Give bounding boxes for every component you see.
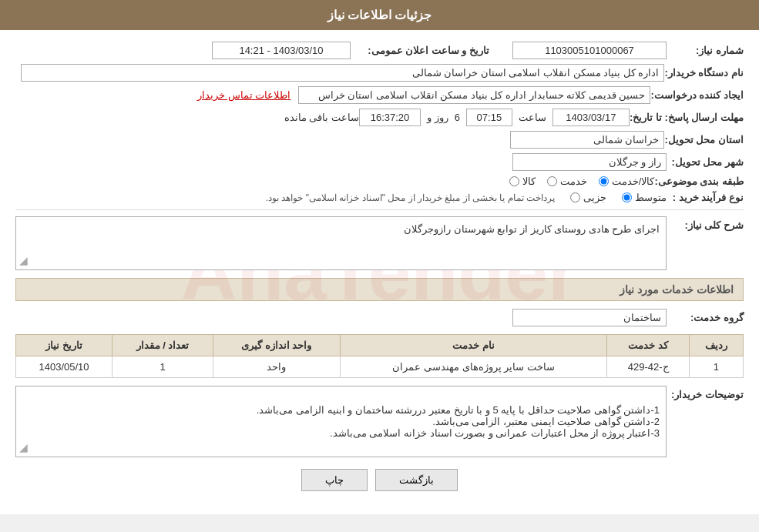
category-kala-khedmat-radio[interactable] <box>599 176 609 186</box>
province-value: خراسان شمالی <box>510 131 664 149</box>
back-button[interactable]: بازگشت <box>375 469 458 491</box>
category-kala-radio[interactable] <box>509 176 519 186</box>
th-quantity: تعداد / مقدار <box>113 335 213 356</box>
need-number-row: شماره نیاز: 1103005101000067 تاریخ و ساع… <box>15 42 744 59</box>
category-kala-khedmat-item: کالا/خدمت <box>599 176 655 187</box>
need-number-label: شماره نیاز: <box>667 45 744 56</box>
cell-service-code: ج-42-429 <box>607 356 689 378</box>
cell-quantity: 1 <box>113 356 213 378</box>
reply-time-label: ساعت <box>519 112 546 123</box>
process-motavasset-item: متوسط <box>622 192 667 203</box>
category-label: طبقه بندی موضوعی: <box>654 176 744 187</box>
category-row: طبقه بندی موضوعی: کالا خدمت کالا/خدمت <box>15 176 744 187</box>
services-section-title: اطلاعات خدمات مورد نیاز <box>15 278 744 301</box>
header-title: جزئیات اطلاعات نیاز <box>327 8 432 22</box>
process-jozi-label: جزیی <box>583 192 606 203</box>
reply-time-value: 07:15 <box>466 109 512 126</box>
process-motavasset-radio[interactable] <box>622 192 632 202</box>
th-unit: واحد اندازه گیری <box>213 335 340 356</box>
reply-days-label: روز و <box>427 112 448 123</box>
reply-remaining-value: 16:37:20 <box>359 109 421 126</box>
need-number-value: 1103005101000067 <box>512 42 667 59</box>
need-desc-label: شرح کلی نیاز: <box>667 216 744 231</box>
reply-deadline-label: مهلت ارسال پاسخ: تا تاریخ: <box>630 112 744 123</box>
cell-unit: واحد <box>213 356 340 378</box>
process-type-label: نوع فرآیند خرید : <box>667 192 744 203</box>
reply-remaining-label: ساعت باقی مانده <box>284 112 359 123</box>
announce-datetime-value: 1403/03/10 - 14:21 <box>212 42 351 59</box>
table-header-row: ردیف کد خدمت نام خدمت واحد اندازه گیری ت… <box>16 335 744 356</box>
resize-icon: ◢ <box>19 254 28 266</box>
th-service-name: نام خدمت <box>340 335 607 356</box>
process-type-row: نوع فرآیند خرید : جزیی متوسط پرداخت تمام… <box>15 192 744 203</box>
contact-link[interactable]: اطلاعات تماس خریدار <box>197 89 291 101</box>
table-row: 1 ج-42-429 ساخت سایر پروژه‌های مهندسی عم… <box>16 356 744 378</box>
main-content: AnaTender شماره نیاز: 1103005101000067 ت… <box>0 30 759 514</box>
divider-1 <box>15 209 744 210</box>
buyer-desc-row: توضیحات خریدار: 1-داشتن گواهی صلاحیت حدا… <box>15 386 744 457</box>
resize-icon-2: ◢ <box>19 441 28 453</box>
process-motavasset-label: متوسط <box>635 192 667 203</box>
category-khedmat-item: خدمت <box>547 176 587 187</box>
cell-service-name: ساخت سایر پروژه‌های مهندسی عمران <box>340 356 607 378</box>
th-service-code: کد خدمت <box>607 335 689 356</box>
category-khedmat-label: خدمت <box>560 176 587 187</box>
process-desc: پرداخت تمام یا بخشی از مبلغ خریدار از مح… <box>266 192 555 203</box>
need-desc-box: اجرای طرح هادی روستای کاریز از توابع شهر… <box>15 216 667 270</box>
buyer-desc-label: توضیحات خریدار: <box>667 386 744 400</box>
category-khedmat-radio[interactable] <box>547 176 557 186</box>
requester-value: حسین قدیمی کلاته حسابدار اداره کل بنیاد … <box>298 86 650 104</box>
service-group-value: ساختمان <box>512 309 667 326</box>
page-header: جزئیات اطلاعات نیاز <box>0 0 759 30</box>
requester-label: ایجاد کننده درخواست: <box>650 89 744 101</box>
city-label: شهر محل تحویل: <box>667 156 744 168</box>
cell-row-num: 1 <box>689 356 743 378</box>
services-table: ردیف کد خدمت نام خدمت واحد اندازه گیری ت… <box>15 334 744 378</box>
buyer-desc-box: 1-داشتن گواهی صلاحیت حداقل با پایه 5 و ب… <box>15 386 667 457</box>
category-kala-label: کالا <box>522 176 536 187</box>
category-kala-khedmat-label: کالا/خدمت <box>612 176 655 187</box>
buyer-org-row: نام دستگاه خریدار: اداره کل بنیاد مسکن ا… <box>15 64 744 82</box>
category-radio-group: کالا خدمت کالا/خدمت <box>509 176 655 187</box>
page-container: جزئیات اطلاعات نیاز AnaTender شماره نیاز… <box>0 0 759 514</box>
buyer-org-label: نام دستگاه خریدار: <box>664 67 744 79</box>
cell-date: 1403/05/10 <box>16 356 113 378</box>
service-group-row: گروه خدمت: ساختمان <box>15 309 744 326</box>
reply-date-value: 1403/03/17 <box>552 109 630 126</box>
buttons-row: بازگشت چاپ <box>15 469 744 491</box>
process-radio-group: جزیی متوسط <box>570 192 667 203</box>
need-desc-row: شرح کلی نیاز: اجرای طرح هادی روستای کاری… <box>15 216 744 270</box>
print-button[interactable]: چاپ <box>301 469 368 491</box>
reply-deadline-row: مهلت ارسال پاسخ: تا تاریخ: 1403/03/17 سا… <box>15 109 744 126</box>
th-date: تاریخ نیاز <box>16 335 113 356</box>
buyer-org-value: اداره کل بنیاد مسکن انقلاب اسلامی استان … <box>21 64 664 82</box>
process-jozi-radio[interactable] <box>570 192 580 202</box>
th-row-num: ردیف <box>689 335 743 356</box>
category-kala-item: کالا <box>509 176 536 187</box>
buyer-desc-value: 1-داشتن گواهی صلاحیت حداقل با پایه 5 و ب… <box>257 404 660 439</box>
announce-datetime-label: تاریخ و ساعت اعلان عمومی: <box>351 45 489 56</box>
requester-row: ایجاد کننده درخواست: حسین قدیمی کلاته حس… <box>15 86 744 104</box>
province-label: استان محل تحویل: <box>664 134 744 146</box>
reply-days-value: 6 <box>455 112 460 123</box>
province-row: استان محل تحویل: خراسان شمالی <box>15 131 744 149</box>
city-row: شهر محل تحویل: راز و جرگلان <box>15 153 744 171</box>
service-group-label: گروه خدمت: <box>667 312 744 323</box>
city-value: راز و جرگلان <box>512 153 667 171</box>
process-jozi-item: جزیی <box>570 192 606 203</box>
need-desc-value: اجرای طرح هادی روستای کاریز از توابع شهر… <box>404 223 660 235</box>
